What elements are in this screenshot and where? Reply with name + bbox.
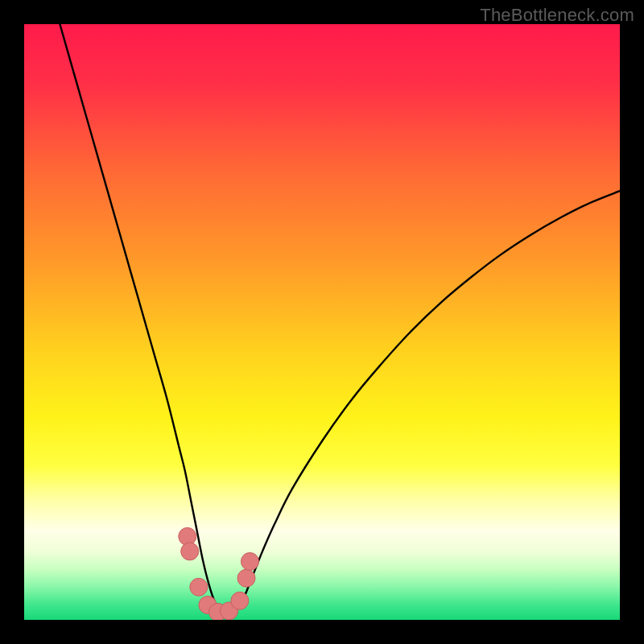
marker-dot: [237, 569, 255, 587]
highlighted-points: [179, 527, 259, 620]
marker-dot: [241, 552, 258, 570]
marker-dot: [231, 592, 249, 609]
watermark-text: TheBottleneck.com: [480, 5, 634, 26]
marker-dot: [190, 578, 208, 596]
plot-area: [24, 24, 620, 620]
frame: TheBottleneck.com: [0, 0, 644, 644]
chart-svg: [24, 24, 620, 620]
bottleneck-curve: [60, 24, 620, 614]
marker-dot: [181, 543, 199, 560]
